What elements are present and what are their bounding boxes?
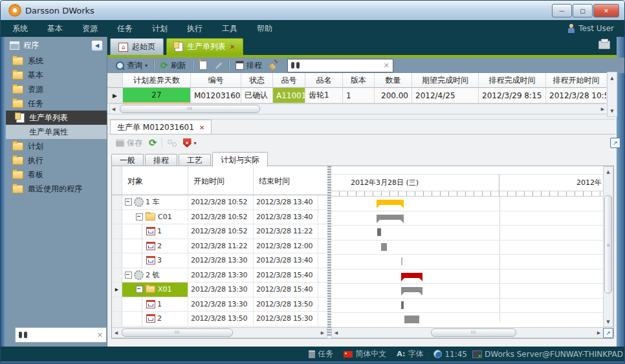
gantt-v-scrollbar[interactable]: ▲ ≡ ▼ (603, 166, 613, 327)
minimize-button[interactable]: — (552, 4, 572, 17)
cell-sched-start[interactable]: 2012/3/28 10:52 (546, 88, 606, 103)
tab-schedule[interactable]: 排程 (145, 154, 177, 167)
tree-object-cell[interactable]: 2 (122, 312, 188, 326)
sidebar-search-input[interactable] (30, 330, 94, 339)
gantt-bar-late-summary[interactable] (401, 273, 422, 278)
cell-sched-finish[interactable]: 2012/3/29 8:15 (479, 88, 546, 103)
toolbar-search-input[interactable] (302, 61, 381, 70)
tree-object-cell[interactable]: X01 (122, 283, 188, 297)
scroll-up-icon[interactable]: ▲ (604, 167, 613, 176)
tree-row[interactable]: 1 2012/3/28 10:52 2012/3/28 11:22 (112, 224, 327, 239)
edit-button[interactable] (213, 63, 225, 68)
detail-refresh-icon[interactable]: ⟳ (149, 139, 157, 147)
sidebar-item-production-order-props[interactable]: 生产单属性 (6, 125, 107, 139)
tree-row-selected[interactable]: ▶ X01 2012/3/28 13:30 2012/3/28 15:40 (112, 283, 327, 297)
sidebar-item-production-order-list[interactable]: 生产单列表 (6, 111, 107, 125)
gantt-bar-task[interactable] (401, 257, 402, 265)
scroll-right-icon[interactable]: ▶ (598, 105, 607, 113)
scroll-left-icon[interactable]: ◀ (112, 328, 120, 337)
save-button[interactable]: 保存 (114, 136, 144, 150)
gantt-bar-task[interactable] (381, 243, 387, 251)
menu-system[interactable]: 系统 (12, 23, 28, 34)
scroll-right-icon[interactable]: ▶ (595, 328, 603, 337)
query-button[interactable]: 查询 ▾ (114, 59, 149, 72)
menu-help[interactable]: 帮助 (257, 23, 272, 34)
status-font-menu[interactable]: A: 字体 ▾ (397, 348, 428, 359)
gantt-bar-task[interactable] (404, 316, 419, 323)
collapse-box-icon[interactable] (125, 272, 132, 279)
gantt-bar-actual-summary[interactable] (401, 287, 422, 292)
tab-plan-vs-actual[interactable]: 计划与实际 (212, 152, 268, 167)
cell-code[interactable]: M012031601 (191, 88, 241, 103)
sidebar-item-board[interactable]: 看板 (6, 167, 107, 182)
status-language-menu[interactable]: 简体中文 ▾ (344, 348, 391, 359)
gantt-popout-icon[interactable]: ↗ (603, 328, 613, 338)
cell-expect-finish[interactable]: 2012/4/25 (412, 88, 479, 103)
validate-button[interactable]: ✕ ▾ (181, 137, 199, 149)
col-plan-diff-days[interactable]: 计划差异天数 (123, 73, 191, 88)
col-start-time[interactable]: 开始时间 (188, 166, 254, 195)
close-button[interactable]: ✕ (593, 4, 619, 17)
tree-row[interactable]: C01 2012/3/28 10:52 2012/3/28 13:40 (112, 210, 327, 225)
sidebar-item-task[interactable]: 任务 (6, 96, 107, 111)
cell-item-no[interactable]: A11001 (273, 88, 305, 103)
menu-execute[interactable]: 执行 (187, 23, 203, 34)
tab-general[interactable]: 一般 (111, 154, 144, 167)
tree-row[interactable]: 2 2012/3/28 13:50 2012/3/28 15:30 (112, 312, 327, 327)
gantt-bar-task[interactable] (401, 301, 404, 309)
tree-row[interactable]: 2 2012/3/28 11:22 2012/3/28 12:00 (112, 239, 327, 254)
gantt-h-scrollbar[interactable]: ◀ ▶ (331, 327, 604, 338)
sidebar-item-plan[interactable]: 计划 (6, 139, 107, 153)
printer-icon[interactable] (598, 41, 610, 49)
col-code[interactable]: 编号 (191, 73, 241, 88)
col-expect-finish[interactable]: 期望完成时间 (412, 73, 479, 88)
sidebar-collapse-button[interactable]: ◀ (91, 40, 103, 51)
tree-row[interactable]: 1 车 2012/3/28 10:52 2012/3/28 13:40 (112, 195, 327, 210)
scroll-thumb[interactable] (122, 328, 233, 337)
tree-object-cell[interactable]: 3 (122, 253, 188, 268)
menu-resource[interactable]: 资源 (82, 23, 98, 34)
status-task-menu[interactable]: 任务 ▾ (309, 348, 338, 359)
menu-plan[interactable]: 计划 (152, 23, 168, 34)
col-status[interactable]: 状态 (241, 73, 273, 88)
col-object[interactable]: 对象 (122, 166, 188, 195)
detail-tab-close-icon[interactable]: ✕ (199, 124, 204, 131)
tree-row[interactable]: 2 铣 2012/3/28 13:30 2012/3/28 15:40 (112, 268, 327, 283)
detail-doc-tab[interactable]: 生产单 M012031601 ✕ (110, 120, 212, 134)
scroll-thumb[interactable]: ≡ (604, 195, 612, 294)
tree-row[interactable]: 3 2012/3/28 13:30 2012/3/28 13:40 (112, 253, 327, 268)
scroll-right-icon[interactable]: ▶ (318, 328, 327, 337)
scroll-down-icon[interactable]: ▼ (604, 317, 613, 326)
sidebar-item-system[interactable]: 系统 (6, 54, 107, 68)
col-version[interactable]: 版本 (343, 73, 375, 88)
collapse-box-icon[interactable] (125, 198, 132, 206)
grid-data-row[interactable]: ▶ 27 M012031601 已确认 A11001 齿轮1 1 200.00 … (107, 88, 606, 103)
menu-tools[interactable]: 工具 (222, 23, 237, 34)
cell-item-name[interactable]: 齿轮1 (305, 88, 343, 103)
menu-basic[interactable]: 基本 (47, 23, 63, 34)
col-sched-finish[interactable]: 排程完成时间 (479, 73, 546, 88)
sidebar-item-execute[interactable]: 执行 (6, 153, 107, 167)
tree-row[interactable]: 1 2012/3/28 13:30 2012/3/28 13:50 (112, 297, 327, 312)
toolbar-search-clear-icon[interactable]: ✕ (384, 61, 389, 70)
scroll-thumb[interactable] (431, 328, 516, 337)
tree-h-scrollbar[interactable]: ◀ ▶ (112, 327, 327, 338)
sidebar-item-resource[interactable]: 资源 (6, 82, 107, 96)
tree-object-cell[interactable]: 1 (122, 224, 188, 239)
tab-process[interactable]: 工艺 (179, 154, 211, 167)
schedule-button[interactable]: 排程 (234, 59, 264, 72)
clean-button[interactable] (268, 60, 280, 70)
new-button[interactable] (197, 59, 209, 71)
cell-version[interactable]: 1 (343, 88, 375, 103)
tab-home[interactable]: ⌂ 起始页 (110, 38, 164, 55)
col-sched-start[interactable]: 排程开始时间 (546, 73, 606, 88)
scroll-up-icon[interactable]: ▲ (608, 74, 617, 82)
cell-qty[interactable]: 200.00 (375, 88, 412, 103)
current-user[interactable]: Test User (567, 24, 614, 33)
col-item-name[interactable]: 品名 (305, 73, 343, 88)
tree-object-cell[interactable]: 1 车 (122, 195, 188, 209)
tree-object-cell[interactable]: 2 (122, 239, 188, 253)
cell-plan-diff-days[interactable]: 27 (123, 88, 191, 103)
gantt-bar-plan-summary[interactable] (377, 200, 404, 205)
tree-object-cell[interactable]: C01 (122, 210, 188, 224)
